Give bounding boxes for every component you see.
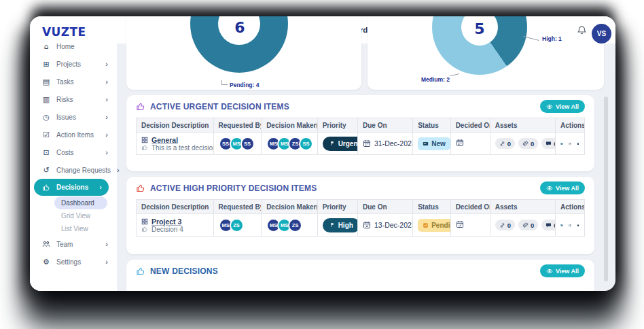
asset-attachments-badge: 0 [518, 220, 538, 230]
sidebar-item-costs[interactable]: ⊡ Costs › [30, 143, 117, 161]
section-header: ACTIVE URGENT DECISION ITEMS View All [126, 95, 594, 111]
table-header-row: Decision Description Requested By Decisi… [137, 118, 585, 133]
sidebar-subitem-grid-view[interactable]: Grid View [30, 209, 117, 222]
open-folder-icon[interactable] [560, 222, 563, 229]
col-requested-by: Requested By [213, 200, 262, 214]
chevron-right-icon: › [105, 114, 108, 121]
calendar-icon [456, 139, 464, 147]
col-priority: Priority [317, 118, 357, 133]
chevron-right-icon: › [99, 184, 102, 191]
status-badge-pending: Pending [418, 219, 450, 232]
chevron-right-icon: › [105, 60, 108, 68]
vertical-scrollbar[interactable] [604, 97, 608, 281]
cell-assets: 0 0 0 [490, 133, 555, 155]
change-requests-icon: ↺ [42, 166, 50, 175]
sidebar-nav: ⌂ Home ⊞ Projects › ▤ Tasks › ▥ Risks › [30, 37, 117, 271]
col-decision-makers: Decision Maker(s) [262, 200, 318, 214]
asset-attachments-badge: 0 [518, 138, 538, 149]
col-assets: Assets [490, 200, 555, 214]
cell-priority: Urgent [317, 133, 357, 155]
calendar-icon [363, 139, 371, 148]
decision-subtitle: Decision 4 [151, 226, 183, 233]
thumbs-up-icon [136, 102, 145, 111]
section-title: NEW DECISIONS [150, 266, 218, 276]
view-all-button[interactable]: View All [540, 181, 585, 194]
sidebar-subitem-list-view[interactable]: List View [30, 222, 117, 235]
section-title: ACTIVE URGENT DECISION ITEMS [150, 102, 289, 111]
col-decision-makers: Decision Maker(s) [262, 118, 318, 133]
settings-icon: ⚙ [42, 258, 50, 266]
open-folder-icon[interactable] [560, 140, 563, 148]
col-decision-description: Decision Description [137, 200, 214, 214]
callout-high: High: 1 [541, 35, 563, 42]
chevron-right-icon: › [105, 149, 108, 156]
pending-icon [423, 222, 429, 228]
calendar-x-icon [363, 221, 371, 229]
bell-icon[interactable] [577, 25, 587, 35]
view-all-button[interactable]: View All [540, 100, 585, 113]
sidebar-item-tasks[interactable]: ▤ Tasks › [30, 73, 117, 90]
avatar[interactable]: VS [592, 24, 611, 44]
decision-name-link[interactable]: Project 3 [151, 218, 181, 226]
grid-icon [141, 218, 148, 225]
col-due-on: Due On [358, 200, 413, 214]
cell-actions [556, 214, 585, 237]
card-icon [423, 141, 429, 147]
callout-connector [221, 80, 228, 85]
sidebar-item-action-items[interactable]: ☑ Action Items › [30, 126, 117, 143]
chevron-right-icon: › [105, 96, 108, 103]
col-priority: Priority [317, 200, 357, 214]
col-assets: Assets [490, 118, 555, 133]
trash-icon[interactable] [577, 140, 579, 148]
flag-icon [329, 222, 335, 228]
cell-priority: High [317, 214, 357, 237]
status-badge-new: New [418, 137, 450, 150]
callout-medium: Medium: 2 [420, 76, 451, 83]
calendar-check-icon [456, 220, 464, 228]
cell-decided-on [450, 133, 490, 155]
home-icon: ⌂ [42, 42, 50, 51]
link-icon [499, 141, 505, 147]
sidebar-subitem-dashboard[interactable]: Dashboard [54, 196, 107, 209]
col-actions: Actions [556, 200, 585, 214]
trash-icon[interactable] [577, 222, 579, 229]
col-status: Status [413, 118, 450, 133]
edit-icon[interactable] [569, 140, 571, 148]
costs-icon: ⊡ [42, 148, 50, 157]
section-header: ACTIVE HIGH PRIORITY DECISION ITEMS View… [126, 177, 594, 193]
projects-icon: ⊞ [42, 60, 50, 69]
view-all-button[interactable]: View All [540, 264, 585, 277]
cell-decision-description: Project 3 Decision 4 [137, 214, 214, 237]
app-logo: VUZTE [42, 25, 86, 39]
edit-icon[interactable] [569, 222, 571, 229]
sidebar-item-projects[interactable]: ⊞ Projects › [30, 55, 117, 73]
callout-pending: Pending: 4 [228, 82, 260, 88]
col-decided-on: Decided On [450, 200, 490, 214]
cell-due-on: 13-Dec-2023 [358, 214, 413, 237]
page: VUZTE ⌂ Home ⊞ Projects › ▤ Tasks › ▥ [0, 0, 644, 329]
avatar: ZS [230, 218, 244, 232]
table-row: Project 3 Decision 4 MS ZS MS [137, 214, 585, 237]
sidebar-item-change-requests[interactable]: ↺ Change Requests › [30, 161, 117, 179]
cell-actions [556, 133, 585, 155]
col-due-on: Due On [358, 118, 413, 133]
sidebar-item-settings[interactable]: ⚙ Settings › [30, 253, 117, 271]
sidebar-item-risks[interactable]: ▥ Risks › [30, 90, 117, 108]
asset-links-badge: 0 [495, 138, 515, 149]
paperclip-icon [522, 141, 529, 147]
cell-requested-by: MS ZS [213, 214, 262, 237]
decision-name-link[interactable]: General [151, 136, 178, 144]
cell-due-on: 31-Dec-2023 [358, 133, 413, 155]
paperclip-icon [522, 222, 529, 228]
sidebar-item-decisions[interactable]: Decisions › [34, 179, 109, 196]
priority-badge-high: High [323, 218, 358, 232]
decision-table-wrap: Decision Description Requested By Decisi… [126, 193, 594, 237]
sidebar-item-issues[interactable]: ◷ Issues › [30, 108, 117, 126]
thumbs-up-icon [136, 266, 145, 276]
avatar: SS [240, 137, 255, 151]
priority-badge-urgent: Urgent [323, 137, 358, 151]
sidebar-item-team[interactable]: Team › [30, 235, 117, 253]
cell-decision-makers: MS MS ZS SS [262, 133, 318, 155]
section-active-urgent: ACTIVE URGENT DECISION ITEMS View All De… [126, 95, 594, 171]
sidebar-item-home[interactable]: ⌂ Home [30, 37, 117, 55]
